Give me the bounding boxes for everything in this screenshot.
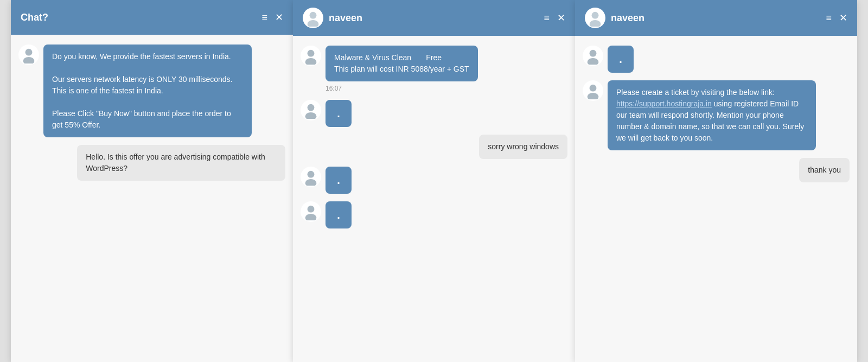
svg-point-8 <box>308 171 315 178</box>
message-row: . <box>301 100 567 127</box>
message-row: . <box>301 167 567 194</box>
message-row: . <box>301 201 567 228</box>
dot-bubble: . <box>326 100 352 127</box>
agent-bubble: Please create a ticket by visiting the b… <box>608 80 816 150</box>
menu-icon-1[interactable]: ≡ <box>261 12 267 23</box>
svg-point-6 <box>308 104 315 111</box>
dot-bubble: . <box>326 201 352 228</box>
chat-header-1: Chat? ≡ ✕ <box>11 0 293 35</box>
chat-window-2: naveen ≡ ✕ Malware & Virus Clean Free Th… <box>293 0 575 362</box>
chat-header-3: naveen ≡ ✕ <box>575 0 857 36</box>
dot-bubble: . <box>326 167 352 194</box>
svg-point-14 <box>590 50 597 57</box>
chat-body-1: Do you know, We provide the fastest serv… <box>11 35 293 362</box>
close-icon-2[interactable]: ✕ <box>557 12 565 24</box>
close-icon-3[interactable]: ✕ <box>839 12 847 24</box>
avatar-header-2 <box>303 8 323 28</box>
avatar <box>301 100 321 120</box>
message-row: Malware & Virus Clean Free This plan wil… <box>301 46 567 81</box>
avatar <box>583 46 603 66</box>
svg-point-5 <box>305 58 317 65</box>
chat-body-2: Malware & Virus Clean Free This plan wil… <box>293 36 575 362</box>
header-icons-3: ≡ ✕ <box>826 12 847 24</box>
svg-point-15 <box>588 58 599 65</box>
user-bubble: sorry wrong windows <box>479 135 567 159</box>
agent-bubble: Do you know, We provide the fastest serv… <box>43 45 252 137</box>
svg-point-10 <box>308 206 315 213</box>
message-row: thank you <box>583 158 850 182</box>
agent-bubble: Malware & Virus Clean Free This plan wil… <box>326 46 478 81</box>
svg-point-9 <box>305 179 317 186</box>
message-row: . <box>583 46 850 73</box>
avatar <box>583 80 603 101</box>
header-icons-2: ≡ ✕ <box>544 12 565 24</box>
chat-window-3: naveen ≡ ✕ . Pleas <box>575 0 857 362</box>
menu-icon-2[interactable]: ≡ <box>544 12 550 24</box>
svg-point-12 <box>592 12 599 19</box>
svg-point-11 <box>305 214 317 220</box>
message-row: Hello. Is this offer you are advertising… <box>18 145 285 181</box>
dot-bubble: . <box>608 46 634 73</box>
svg-point-0 <box>25 49 33 56</box>
timestamp: 16:07 <box>326 85 567 92</box>
avatar <box>301 167 321 187</box>
avatar <box>301 46 321 66</box>
avatar-header-3 <box>585 8 605 28</box>
message-row: sorry wrong windows <box>301 135 567 159</box>
chat-body-3: . Please create a ticket by visiting the… <box>575 36 857 362</box>
support-link[interactable]: https://support.hostingraja.in <box>616 99 712 108</box>
svg-point-4 <box>308 50 315 57</box>
chat-window-1: Chat? ≡ ✕ Do you know, We provide the fa… <box>11 0 293 362</box>
user-bubble: Hello. Is this offer you are advertising… <box>77 145 285 181</box>
close-icon-1[interactable]: ✕ <box>275 11 283 23</box>
svg-point-3 <box>308 20 319 27</box>
menu-icon-3[interactable]: ≡ <box>826 12 832 24</box>
chat-title-3: naveen <box>611 12 820 24</box>
svg-point-1 <box>23 57 35 63</box>
header-icons-1: ≡ ✕ <box>261 11 283 23</box>
chat-header-2: naveen ≡ ✕ <box>293 0 575 36</box>
chat-title-2: naveen <box>329 12 538 24</box>
svg-point-13 <box>590 20 601 27</box>
svg-point-2 <box>310 12 317 19</box>
svg-point-17 <box>588 93 599 99</box>
avatar <box>301 201 321 222</box>
avatar <box>18 45 39 65</box>
message-row: Please create a ticket by visiting the b… <box>583 80 850 150</box>
svg-point-7 <box>305 112 317 119</box>
chat-title-1: Chat? <box>21 12 256 23</box>
message-row: Do you know, We provide the fastest serv… <box>18 45 285 137</box>
user-bubble: thank you <box>799 158 850 182</box>
svg-point-16 <box>590 85 597 92</box>
